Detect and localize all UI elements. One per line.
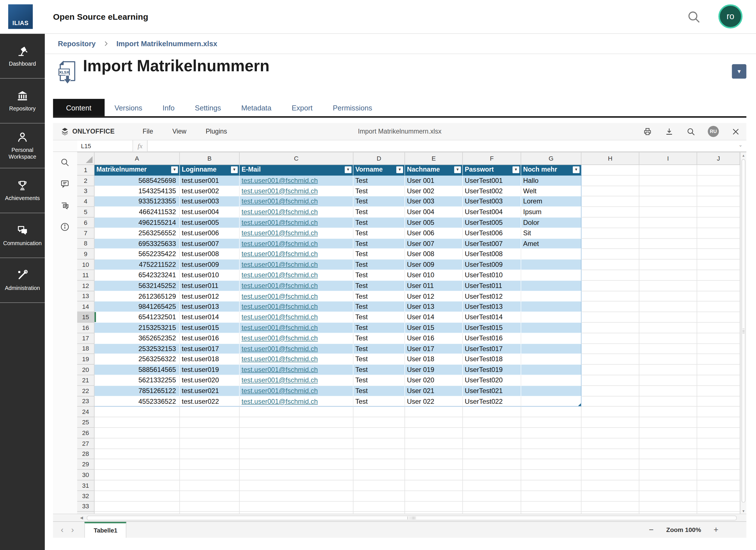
cell[interactable] [639,217,697,228]
cell[interactable]: User 015 [405,323,463,333]
ilias-logo[interactable]: ILIAS [8,4,33,29]
cell[interactable]: test.user001@fschmid.ch [240,249,353,259]
cell[interactable]: test.user014 [180,312,239,323]
email-link[interactable]: test.user001@fschmid.ch [242,271,318,279]
formula-input[interactable]: ⌄ [148,140,746,151]
cell[interactable] [581,175,639,186]
tab-settings[interactable]: Settings [185,99,231,116]
cell[interactable]: test.user001@fschmid.ch [240,217,353,228]
cell[interactable] [581,228,639,238]
cell[interactable]: 9335123355 [94,196,180,207]
cell[interactable]: test.user008 [180,249,239,259]
row-header[interactable]: 23 [77,396,95,407]
email-link[interactable]: test.user001@fschmid.ch [242,187,318,194]
cell[interactable] [581,449,639,459]
tab-permissions[interactable]: Permissions [323,99,383,116]
cell[interactable]: 2563256552 [94,228,180,238]
row-header[interactable]: 5 [77,207,95,217]
cell[interactable] [581,207,639,217]
cell-name-box[interactable]: L15 [77,140,133,151]
cell[interactable] [180,428,239,438]
cell[interactable]: 3652652352 [94,333,180,344]
cell[interactable] [639,386,697,396]
cell[interactable]: test.user001 [180,175,239,186]
cell[interactable] [697,228,740,238]
cell[interactable] [581,407,639,417]
cell[interactable] [581,417,639,428]
cell[interactable] [639,470,697,480]
cell[interactable] [639,365,697,375]
cell[interactable] [463,501,521,512]
cell[interactable] [180,491,239,501]
email-link[interactable]: test.user001@fschmid.ch [242,355,318,363]
cell[interactable] [463,428,521,438]
cell[interactable] [521,480,581,491]
cell[interactable]: 6541232501 [94,312,180,323]
column-header[interactable]: F [463,152,521,165]
cell[interactable]: User 014 [405,312,463,323]
cell[interactable] [639,333,697,344]
scroll-down-arrow-icon[interactable]: ▼ [741,509,746,513]
cell[interactable] [521,449,581,459]
row-header[interactable]: 18 [77,344,95,354]
cell[interactable]: User 005 [405,217,463,228]
cell[interactable]: test.user001@fschmid.ch [240,175,353,186]
cell[interactable] [521,333,581,344]
cell[interactable]: 4662411532 [94,207,180,217]
email-link[interactable]: test.user001@fschmid.ch [242,387,318,394]
cell[interactable] [639,196,697,207]
cell[interactable] [405,449,463,459]
cell[interactable] [581,323,639,333]
cell[interactable] [94,470,180,480]
filter-button[interactable]: ▼ [396,166,403,173]
cell[interactable]: UserTest008 [463,249,521,259]
cell[interactable]: UserTest020 [463,375,521,386]
cell[interactable] [639,281,697,291]
filter-button[interactable]: ▼ [231,166,238,173]
cell[interactable] [581,217,639,228]
cell[interactable] [581,165,639,175]
close-icon[interactable] [731,126,741,136]
cell[interactable] [697,323,740,333]
cell[interactable] [521,491,581,501]
cell[interactable]: 2612365129 [94,291,180,302]
cell[interactable] [94,428,180,438]
email-link[interactable]: test.user001@fschmid.ch [242,366,318,373]
row-header[interactable]: 27 [77,438,95,449]
cell[interactable]: User 021 [405,386,463,396]
cell[interactable] [353,470,405,480]
cell[interactable]: Test [353,344,405,354]
menu-view[interactable]: View [172,128,186,135]
cell[interactable] [353,480,405,491]
column-header[interactable]: E [405,152,463,165]
cell[interactable]: UserTest003 [463,196,521,207]
cell[interactable]: UserTest010 [463,270,521,281]
cell[interactable] [639,239,697,249]
cell[interactable]: test.user007 [180,239,239,249]
cell[interactable] [639,501,697,512]
cell[interactable]: User 011 [405,281,463,291]
cell[interactable]: test.user001@fschmid.ch [240,323,353,333]
row-header[interactable]: 7 [77,228,95,238]
cell[interactable] [697,407,740,417]
cell[interactable]: test.user012 [180,291,239,302]
cell[interactable]: 5652235422 [94,249,180,259]
cell[interactable]: Test [353,386,405,396]
cell[interactable] [94,501,180,512]
cell[interactable] [581,344,639,354]
cell[interactable]: User 010 [405,270,463,281]
cell[interactable] [521,312,581,323]
row-header[interactable]: 12 [77,281,95,291]
cell[interactable] [697,438,740,449]
cell[interactable]: test.user001@fschmid.ch [240,291,353,302]
cell[interactable] [521,386,581,396]
cell[interactable]: test.user019 [180,365,239,375]
print-icon[interactable] [643,126,652,136]
cell[interactable] [521,417,581,428]
tab-content[interactable]: Content [53,99,104,116]
cell[interactable] [581,438,639,449]
cell[interactable] [405,417,463,428]
cell[interactable]: Test [353,312,405,323]
cell[interactable]: User 008 [405,249,463,259]
row-header[interactable]: 8 [77,239,95,249]
